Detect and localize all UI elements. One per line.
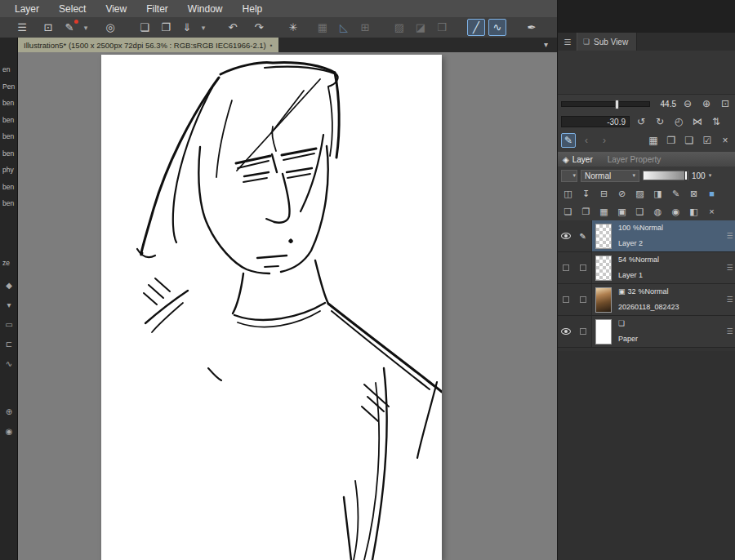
editing-target-indicator[interactable] bbox=[575, 264, 592, 271]
drawing-canvas[interactable] bbox=[101, 55, 442, 560]
layer-row-photo[interactable]: ▣32 %Normal 20260118_082423 ☰ bbox=[558, 284, 735, 316]
visibility-toggle[interactable] bbox=[558, 296, 575, 303]
copy-icon[interactable]: ❏ bbox=[682, 133, 697, 148]
new-folder-icon[interactable]: ❐ bbox=[578, 204, 594, 219]
layer-row-menu-icon[interactable]: ☰ bbox=[724, 284, 735, 315]
layer-thumbnail-cell[interactable] bbox=[592, 284, 615, 315]
layer-mask-icon[interactable]: ◉ bbox=[668, 204, 684, 219]
brush-stroke-icon[interactable]: ✒ bbox=[523, 19, 541, 36]
zoom-tool-icon[interactable]: ⊕ bbox=[2, 406, 16, 417]
zoom-slider[interactable] bbox=[561, 101, 650, 107]
apply-mask-icon[interactable]: ◧ bbox=[686, 204, 702, 219]
checklist-icon[interactable]: ☑ bbox=[700, 133, 715, 148]
tab-sub-view[interactable]: ❏ Sub View bbox=[577, 33, 637, 51]
layer-row-menu-icon[interactable]: ☰ bbox=[724, 316, 735, 347]
editing-target-indicator[interactable] bbox=[575, 328, 592, 335]
fit-screen-icon[interactable]: ⊡ bbox=[718, 96, 733, 111]
transfer-down-icon[interactable]: ↧ bbox=[578, 186, 594, 201]
blend-swatch-dropdown[interactable]: ▾ bbox=[561, 170, 577, 182]
tool-item-label[interactable]: ze bbox=[2, 259, 10, 276]
hamburger-menu-icon[interactable]: ☰ bbox=[13, 19, 31, 36]
palette-menu-icon[interactable]: ☰ bbox=[562, 38, 573, 47]
opacity-slider-handle[interactable] bbox=[684, 171, 688, 180]
curve-line-icon[interactable]: ∿ bbox=[488, 19, 506, 36]
layer-row-menu-icon[interactable]: ☰ bbox=[724, 220, 735, 251]
sparkle-icon[interactable]: ✳ bbox=[284, 19, 302, 36]
layer-row-paper[interactable]: ❏ Paper ☰ bbox=[558, 316, 735, 348]
zoom-in-icon[interactable]: ⊕ bbox=[699, 96, 714, 111]
delete-layer-icon[interactable]: × bbox=[704, 204, 719, 219]
save-icon[interactable]: ⇓ bbox=[178, 19, 196, 36]
tool-item-label[interactable]: ben bbox=[2, 183, 14, 200]
pen-settings-icon[interactable]: ✎ bbox=[60, 19, 78, 36]
marquee-icon[interactable]: ⊡ bbox=[39, 19, 57, 36]
blend-mode-select[interactable]: Normal ▾ bbox=[581, 170, 639, 182]
clip-to-layer-icon[interactable]: ◨ bbox=[650, 186, 666, 201]
visibility-toggle[interactable] bbox=[558, 328, 575, 335]
eyedropper-icon[interactable]: ✎ bbox=[561, 133, 576, 148]
snap-grid-icon[interactable]: ▦ bbox=[314, 19, 332, 36]
sync-icon[interactable]: ◎ bbox=[101, 19, 119, 36]
layer-thumbnail-cell[interactable] bbox=[592, 316, 615, 347]
tab-layer[interactable]: Layer bbox=[572, 155, 593, 164]
rotate-ccw-icon[interactable]: ↺ bbox=[634, 114, 648, 129]
reset-rotation-icon[interactable]: ◴ bbox=[671, 114, 686, 129]
prev-icon[interactable]: ‹ bbox=[579, 133, 594, 148]
stroke-preview-icon[interactable]: ∿ bbox=[2, 358, 16, 369]
combine-icon[interactable]: ⊟ bbox=[596, 186, 612, 201]
image-layer-icon[interactable]: ▣ bbox=[614, 204, 630, 219]
visibility-toggle[interactable] bbox=[558, 233, 575, 239]
opacity-value-field[interactable]: 100 bbox=[692, 171, 706, 180]
straight-line-icon[interactable]: ╱ bbox=[467, 19, 485, 36]
zoom-value-field[interactable]: 44.5 bbox=[654, 100, 676, 109]
tab-list-chevron-icon[interactable]: ▾ bbox=[544, 40, 548, 49]
layer-row-layer-2[interactable]: ✎ 100 %Normal Layer 2 ☰ bbox=[558, 220, 735, 252]
chevron-down-icon[interactable]: ▾ bbox=[2, 299, 16, 310]
reference-layer-icon[interactable]: ■ bbox=[704, 186, 719, 201]
undo-icon[interactable]: ↶ bbox=[224, 19, 242, 36]
visibility-toggle[interactable] bbox=[558, 264, 575, 271]
document-tab[interactable]: Illustration5* (1500 x 2500px 72dpi 56.3… bbox=[18, 38, 278, 52]
expand-panel-icon[interactable]: ⇅ bbox=[709, 114, 724, 129]
menu-window[interactable]: Window bbox=[188, 3, 223, 15]
grid-icon[interactable]: ▦ bbox=[646, 133, 661, 148]
tool-item-label[interactable]: en bbox=[2, 65, 10, 82]
new-file-icon[interactable]: ❏ bbox=[136, 19, 154, 36]
gradient-icon[interactable]: ◪ bbox=[412, 19, 430, 36]
pan-tool-icon[interactable]: ◉ bbox=[2, 425, 16, 437]
tool-item-label[interactable]: ben bbox=[2, 116, 14, 133]
swatch-icon[interactable]: ◆ bbox=[2, 279, 16, 291]
redo-icon[interactable]: ↷ bbox=[250, 19, 268, 36]
menu-view[interactable]: View bbox=[105, 3, 127, 15]
layer-thumbnail-cell[interactable] bbox=[592, 220, 615, 251]
menu-help[interactable]: Help bbox=[243, 3, 263, 15]
flip-horizontal-icon[interactable]: ⋈ bbox=[690, 114, 705, 129]
rotate-value-field[interactable]: -30.9 bbox=[561, 116, 630, 127]
tool-item-label[interactable]: ben bbox=[2, 99, 14, 116]
ruler-icon[interactable]: ⊠ bbox=[686, 186, 702, 201]
layer-row-layer-1[interactable]: 54 %Normal Layer 1 ☰ bbox=[558, 252, 735, 284]
menu-layer[interactable]: Layer bbox=[15, 3, 39, 15]
tool-options-icon[interactable]: ▭ bbox=[2, 318, 16, 330]
layer-row-menu-icon[interactable]: ☰ bbox=[724, 252, 735, 283]
zoom-out-icon[interactable]: ⊖ bbox=[680, 96, 695, 111]
chevron-down-icon[interactable]: ▾ bbox=[82, 19, 90, 36]
menu-filter[interactable]: Filter bbox=[146, 3, 168, 15]
tool-item-label[interactable]: ben bbox=[2, 132, 14, 149]
open-folder-icon[interactable]: ❐ bbox=[157, 19, 175, 36]
tool-item-label[interactable]: phy bbox=[2, 166, 14, 183]
frame-border-icon[interactable]: ❒ bbox=[433, 19, 451, 36]
material-drawer-icon[interactable]: ⊏ bbox=[2, 338, 16, 349]
rotate-cw-icon[interactable]: ↻ bbox=[653, 114, 667, 129]
tool-item-label[interactable]: ben bbox=[2, 149, 14, 167]
tab-layer-property[interactable]: Layer Property bbox=[608, 155, 662, 164]
folder-icon[interactable]: ❐ bbox=[664, 133, 679, 148]
snap-ruler-icon[interactable]: ◺ bbox=[335, 19, 353, 36]
duplicate-layer-icon[interactable]: ❑ bbox=[632, 204, 648, 219]
draft-layer-icon[interactable]: ✎ bbox=[668, 186, 684, 201]
snap-frame-icon[interactable]: ⊞ bbox=[356, 19, 374, 36]
new-layer-icon[interactable]: ❏ bbox=[560, 204, 576, 219]
select-launcher-icon[interactable]: ▨ bbox=[390, 19, 408, 36]
layer-thumbnail-cell[interactable] bbox=[592, 252, 615, 283]
lock-layer-icon[interactable]: ⊘ bbox=[614, 186, 630, 201]
